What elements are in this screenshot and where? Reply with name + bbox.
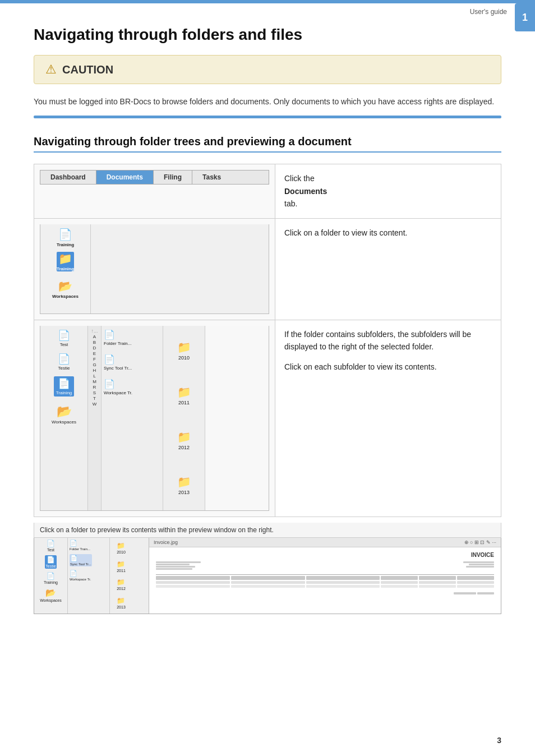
instruction-row-3: 📄 Test 📄 Testie 📄 Training — [34, 320, 501, 517]
preview-section: 📄 Test 📄 Testie 📄 Training 📂 Workspaces — [34, 538, 501, 614]
mini-subfolder-col: 📄 Folder Train... 📄 Sync Tool Tr... 📄 Wo… — [68, 538, 110, 614]
preview-toolbar: Invoice.jpg ⊕ ○ ⊞ ⊡ ✎ ··· — [149, 538, 501, 547]
mini-year-2013[interactable]: 📁 2013 — [117, 597, 126, 609]
tree-subfolder-col: 📄 Folder Train... 📄 Sync Tool Tr... 📄 Wo… — [102, 326, 163, 510]
year-2012[interactable]: 📁 2012 — [177, 430, 191, 450]
preview-doc: Invoice.jpg ⊕ ○ ⊞ ⊡ ✎ ··· INVOICE — [149, 538, 501, 614]
tab-filing[interactable]: Filing — [154, 170, 192, 184]
folder-training-folder[interactable]: 📁 Training — [57, 252, 74, 271]
mini-sub-workspace[interactable]: 📄 Workspace Tr. — [70, 570, 91, 581]
mini-sub-synctool-sel[interactable]: 📄 Sync Tool Tr... — [70, 554, 92, 566]
folder-workspaces[interactable]: 📂 Workspaces — [52, 279, 79, 299]
mini-folder-testie-sel[interactable]: 📄 Testie — [45, 555, 56, 569]
tree-year-col: 📁 2010 📁 2011 📁 2012 📁 — [163, 326, 205, 510]
invoice-to — [463, 561, 494, 570]
subfolder-workspace[interactable]: 📄 Workspace Tr. — [104, 379, 160, 395]
caution-icon: ⚠ — [45, 62, 57, 77]
instruction-area: Dashboard Documents Filing Tasks Click t… — [34, 164, 501, 517]
mini-col-1: 📄 Test 📄 Testie 📄 Training 📂 Workspaces — [34, 538, 68, 614]
year-2013[interactable]: 📁 2013 — [177, 475, 191, 495]
tabs-bar: Dashboard Documents Filing Tasks — [40, 170, 269, 185]
folder-training-label: Training — [57, 242, 74, 247]
instruction-row-1: Dashboard Documents Filing Tasks Click t… — [34, 164, 501, 218]
preview-instruction: Click on a folder to preview its content… — [34, 523, 501, 538]
subfolder-foldertrain[interactable]: 📄 Folder Train... — [104, 329, 160, 346]
mini-year-2010[interactable]: 📁 2010 — [117, 542, 126, 554]
text-cell-3: If the folder contains subfolders, the s… — [275, 320, 501, 517]
mini-folder-workspaces[interactable]: 📂 Workspaces — [40, 588, 61, 602]
folder-training-sel[interactable]: 📄 Training — [54, 376, 75, 397]
subfolder-synctool[interactable]: 📄 Sync Tool Tr... — [104, 354, 160, 371]
inv-data-row-2 — [156, 585, 494, 588]
tree-empty-right — [205, 326, 269, 510]
mini-year-col: 📁 2010 📁 2011 📁 2012 📁 2013 — [110, 538, 132, 614]
text-subfolders: If the folder contains subfolders, the s… — [284, 328, 492, 353]
tab-dashboard[interactable]: Dashboard — [40, 170, 96, 184]
caution-bottom-bar — [34, 116, 501, 118]
tab-documents[interactable]: Documents — [96, 170, 154, 184]
inv-header-row — [156, 576, 494, 580]
mini-folder-training[interactable]: 📄 Training — [44, 572, 58, 584]
screenshot-full-tree: 📄 Test 📄 Testie 📄 Training — [34, 320, 275, 517]
text-click-subfolder: Click on each subfolder to view its cont… — [284, 361, 492, 373]
text-cell-1: Click the Documents tab. — [275, 164, 501, 218]
tab-tasks[interactable]: Tasks — [192, 170, 231, 184]
screenshot-tabs: Dashboard Documents Filing Tasks — [34, 164, 275, 218]
page-number-bottom: 3 — [497, 736, 501, 745]
bold-documents: Documents — [284, 185, 492, 197]
folder-training-doc[interactable]: 📄 Training — [57, 228, 74, 247]
users-guide-label: User's guide — [470, 8, 507, 16]
instruction-row-2: 📄 Training 📁 Training 📂 Workspaces — [34, 218, 501, 320]
mini-tree: 📄 Test 📄 Testie 📄 Training 📂 Workspaces — [34, 538, 149, 614]
folder-testie[interactable]: 📄 Testie — [58, 353, 70, 371]
alpha-index: ↑... A B D E F G H L M R S T W — [88, 326, 102, 510]
folder-test[interactable]: 📄 Test — [58, 329, 70, 347]
preview-filename: Invoice.jpg — [154, 540, 178, 545]
invoice-from — [156, 561, 201, 570]
main-heading: Navigating through folders and files — [34, 26, 501, 44]
caution-title: CAUTION — [62, 63, 113, 76]
screenshot-folders: 📄 Training 📁 Training 📂 Workspaces — [34, 219, 275, 320]
invoice-table — [156, 574, 494, 588]
mini-year-2012[interactable]: 📁 2012 — [117, 578, 126, 591]
tree-col-1: 📄 Test 📄 Testie 📄 Training — [40, 326, 88, 510]
page-number-tab: 1 — [515, 3, 535, 31]
inv-data-row-1 — [156, 581, 494, 584]
mini-sub-foldertrain[interactable]: 📄 Folder Train... — [70, 540, 90, 551]
folder-workspaces-main[interactable]: 📂 Workspaces — [52, 404, 76, 425]
invoice-title: INVOICE — [156, 552, 494, 558]
mini-year-2011[interactable]: 📁 2011 — [117, 560, 126, 573]
text-cell-2: Click on a folder to view its content. — [275, 219, 501, 320]
tree-left-col: 📄 Training 📁 Training 📂 Workspaces — [40, 224, 91, 314]
section-heading: Navigating through folder trees and prev… — [34, 135, 501, 153]
year-2011[interactable]: 📁 2011 — [177, 385, 191, 405]
caution-box: ⚠ CAUTION — [34, 55, 501, 84]
caution-text: You must be logged into BR-Docs to brows… — [34, 95, 501, 108]
preview-inner: 📄 Test 📄 Testie 📄 Training 📂 Workspaces — [34, 538, 501, 614]
invoice-content: INVOICE — [149, 547, 501, 614]
year-2010[interactable]: 📁 2010 — [177, 340, 191, 361]
inv-total — [156, 592, 494, 594]
mini-folder-test[interactable]: 📄 Test — [47, 540, 55, 552]
preview-toolbar-icons: ⊕ ○ ⊞ ⊡ ✎ ··· — [464, 540, 496, 545]
invoice-header-row — [156, 561, 494, 570]
